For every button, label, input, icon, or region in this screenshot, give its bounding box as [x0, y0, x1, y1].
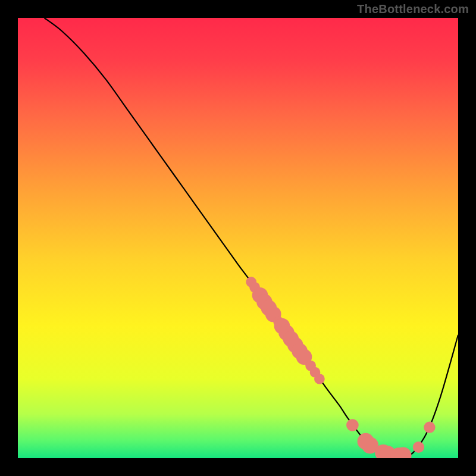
data-marker — [424, 422, 435, 433]
watermark-text: TheBottleneck.com — [357, 2, 469, 16]
plot-area — [18, 18, 458, 458]
data-marker — [413, 441, 424, 453]
gradient-background — [18, 18, 458, 458]
data-marker — [346, 419, 359, 431]
chart-container: TheBottleneck.com — [0, 0, 476, 476]
chart-svg — [18, 18, 458, 458]
data-marker — [314, 374, 325, 384]
